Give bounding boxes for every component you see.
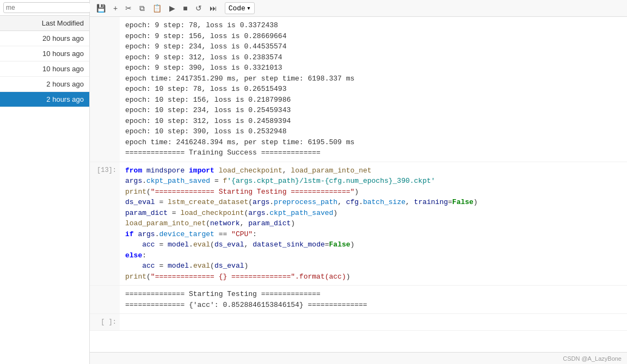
- output-cell-testing: ============== Starting Testing ========…: [90, 286, 627, 314]
- footer: CSDN @A_LazyBone: [90, 352, 627, 364]
- sidebar-item-3[interactable]: 2 hours ago: [0, 77, 89, 92]
- dropdown-chevron-icon: ▾: [247, 4, 251, 13]
- empty-cell: [ ]:: [90, 314, 627, 331]
- search-bar: 🔍: [0, 0, 89, 16]
- fast-forward-button[interactable]: ⏭: [207, 3, 219, 14]
- save-button[interactable]: 💾: [94, 3, 108, 14]
- cell-content-empty[interactable]: [120, 314, 627, 330]
- cell-number-empty-testing: [90, 286, 120, 313]
- toolbar: 💾 + ✂ ⧉ 📋 ▶ ■ ↺ ⏭ Code ▾: [90, 0, 627, 17]
- stop-button[interactable]: ■: [181, 3, 189, 14]
- output-cell-training: epoch: 9 step: 78, loss is 0.3372438 epo…: [90, 17, 627, 162]
- footer-credit: CSDN @A_LazyBone: [563, 355, 622, 362]
- last-modified-header: Last Modified: [0, 16, 89, 31]
- restart-button[interactable]: ↺: [193, 3, 204, 14]
- code-type-dropdown[interactable]: Code ▾: [225, 2, 255, 14]
- sidebar-item-4[interactable]: 2 hours ago: [0, 92, 89, 107]
- run-button[interactable]: ▶: [167, 3, 177, 14]
- sidebar-item-2[interactable]: 10 hours ago: [0, 61, 89, 77]
- sidebar-item-1[interactable]: 10 hours ago: [0, 46, 89, 61]
- cell-number-13: [13]:: [90, 162, 120, 286]
- cell-content-testing-output: ============== Starting Testing ========…: [120, 286, 627, 313]
- sidebar-item-0[interactable]: 20 hours ago: [0, 31, 89, 46]
- add-cell-button[interactable]: +: [111, 3, 120, 14]
- cell-number-empty-output: [90, 17, 120, 162]
- sidebar: 🔍 Last Modified 20 hours ago 10 hours ag…: [0, 0, 90, 364]
- code-cell-13: [13]: from mindspore import load_checkpo…: [90, 162, 627, 286]
- main-area: 💾 + ✂ ⧉ 📋 ▶ ■ ↺ ⏭ Code ▾ epoch: 9 step: …: [90, 0, 627, 364]
- notebook: epoch: 9 step: 78, loss is 0.3372438 epo…: [90, 17, 627, 352]
- cell-number-empty: [ ]:: [90, 314, 120, 330]
- search-input[interactable]: [3, 2, 90, 13]
- cell-content-13[interactable]: from mindspore import load_checkpoint, l…: [120, 162, 627, 286]
- copy-button[interactable]: ⧉: [137, 3, 147, 14]
- cell-content-training-output: epoch: 9 step: 78, loss is 0.3372438 epo…: [120, 17, 627, 162]
- paste-button[interactable]: 📋: [150, 3, 164, 14]
- cut-button[interactable]: ✂: [123, 3, 134, 14]
- code-dropdown-label: Code: [229, 4, 245, 13]
